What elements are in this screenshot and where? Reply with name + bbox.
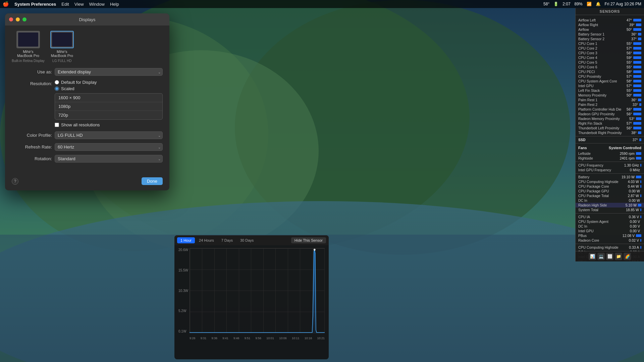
chart-tab-30days[interactable]: 30 Days — [237, 237, 257, 243]
sensors-toolbar: 📊 💻 ⬜ 📁 🌈 — [576, 251, 644, 261]
resolution-label: Resolution: — [12, 80, 52, 86]
menu-view[interactable]: View — [74, 2, 84, 7]
done-button[interactable]: Done — [142, 177, 163, 185]
sensor-bar — [633, 94, 641, 97]
resolution-default-radio[interactable] — [55, 80, 59, 84]
display-thumb-external[interactable]: Mihir's MacBook Pro LG FULL HD — [49, 31, 75, 63]
toolbar-icon-4[interactable]: 🌈 — [624, 253, 631, 260]
sensor-bar — [633, 28, 641, 31]
sensor-bar — [633, 61, 641, 64]
sensors-divider — [576, 143, 644, 143]
cpu-temp: 58° — [543, 2, 549, 6]
sensor-row: CPU Core 4 59° — [576, 55, 644, 60]
sensor-row: CPU Package Total 2.87 W — [576, 193, 644, 198]
sensor-bar — [640, 246, 641, 249]
rotation-select[interactable]: Standard — [55, 155, 163, 163]
displays-window: Displays Mihir's MacBook Pro Built-in Re… — [5, 13, 169, 190]
sensor-row: Thunderbolt Left Proximity 56° — [576, 126, 644, 130]
sensors-header: SENSORS — [576, 8, 644, 15]
sensor-bar — [639, 103, 641, 106]
menu-window[interactable]: Window — [89, 2, 105, 7]
sensor-row: CPU Core 5 55° — [576, 60, 644, 65]
sensor-bar — [633, 19, 641, 21]
chart-x-labels: 9:26 9:31 9:36 9:41 9:46 9:51 9:56 10:01… — [190, 337, 325, 340]
sensor-row: CPU Frequency 1.30 GHz — [576, 163, 644, 168]
toolbar-icon-0[interactable]: 📊 — [589, 253, 596, 260]
chart-toolbar: 1 Hour 24 Hours 7 Days 30 Days Hide This… — [174, 235, 329, 245]
resolution-row: Resolution: Default for Display Scaled 1… — [12, 80, 163, 127]
window-title: Displays — [9, 17, 165, 22]
chart-svg — [190, 248, 325, 333]
notification-icon: 🔔 — [596, 2, 601, 6]
show-all-resolutions-label[interactable]: Show all resolutions — [55, 122, 163, 127]
chart-tab-7days[interactable]: 7 Days — [218, 237, 236, 243]
menubar-clock: Fri 27 Aug 10:26 PM — [605, 2, 641, 6]
menubar-time: 2:07 — [562, 2, 570, 6]
sensor-bar — [636, 117, 641, 120]
menu-help[interactable]: Help — [110, 2, 119, 7]
resolution-item-1[interactable]: 1080p — [55, 102, 162, 111]
refresh-rate-select[interactable]: 60 Hertz — [55, 143, 163, 151]
help-button[interactable]: ? — [12, 178, 18, 185]
use-as-row: Use as: Extended display ⌄ — [12, 68, 163, 76]
sensors-divider — [576, 213, 644, 214]
sensor-row: Palm Rest 2 33° — [576, 102, 644, 107]
resolution-scaled-radio[interactable] — [55, 86, 59, 91]
show-all-resolutions-checkbox[interactable] — [55, 123, 59, 127]
display-external-sublabel: LG FULL HD — [52, 59, 71, 63]
chart-panel: 1 Hour 24 Hours 7 Days 30 Days Hide This… — [174, 235, 329, 359]
use-as-select[interactable]: Extended display — [55, 68, 163, 76]
wifi-icon: 📶 — [587, 2, 592, 6]
sensor-bar — [638, 33, 641, 36]
sensor-row: CPU Proximity 57° — [576, 74, 644, 79]
sensor-row: CPU System Agent Core 58° — [576, 79, 644, 83]
resolution-default-option[interactable]: Default for Display — [55, 80, 163, 85]
resolution-scaled-option[interactable]: Scaled — [55, 86, 163, 91]
sensor-ssd: SSD 37° — [576, 137, 644, 142]
sensors-divider — [576, 136, 644, 136]
resolution-item-2[interactable]: 720p — [55, 111, 162, 119]
sensor-row: Radeon Core 0.02 V — [576, 238, 644, 243]
menubar: 🍎 System Preferences Edit View Window He… — [0, 0, 644, 8]
sensors-divider — [576, 162, 644, 162]
displays-row: Mihir's MacBook Pro Built-in Retina Disp… — [12, 31, 163, 63]
sensor-row: Airflow 50° — [576, 27, 644, 32]
window-footer: ? Done — [5, 173, 169, 190]
sensor-bar — [633, 127, 641, 129]
sensor-row: Thunderbolt Right Proximity 38° — [576, 130, 644, 135]
sensor-bar — [638, 99, 641, 101]
sensor-row: Battery 19.10 W — [576, 175, 644, 179]
sensor-row: CPU Computing Highside 4.03 W — [576, 179, 644, 184]
sensor-bar — [633, 84, 641, 87]
chart-tab-24hours[interactable]: 24 Hours — [196, 237, 217, 243]
sensor-row: CPU System Agent 0.00 V — [576, 219, 644, 224]
sensor-bar — [633, 47, 641, 50]
display-external-name: Mihir's MacBook Pro — [49, 50, 75, 58]
toolbar-icon-1[interactable]: 💻 — [597, 253, 605, 260]
sensor-row: Left Fin Stack 55° — [576, 88, 644, 93]
hide-sensor-button[interactable]: Hide This Sensor — [291, 237, 326, 243]
sensors-temp-section — [576, 15, 644, 18]
display-thumb-builtin[interactable]: Mihir's MacBook Pro Built-in Retina Disp… — [12, 31, 45, 63]
window-titlebar: Displays — [5, 13, 169, 25]
sensor-bar — [636, 157, 641, 160]
toolbar-icon-3[interactable]: 📁 — [615, 253, 622, 260]
sensor-row: CPU Package Core 0.44 W — [576, 184, 644, 189]
sensor-bar — [633, 108, 641, 111]
display-builtin-name: Mihir's MacBook Pro — [15, 50, 42, 58]
sensor-row: CPU IA 0.36 V — [576, 215, 644, 219]
resolution-item-0[interactable]: 1600 × 900 — [55, 94, 162, 102]
apple-menu[interactable]: 🍎 — [3, 1, 9, 7]
sensors-divider — [576, 173, 644, 174]
refresh-rate-row: Refresh Rate: 60 Hertz ⌄ — [12, 143, 163, 151]
menu-edit[interactable]: Edit — [61, 2, 69, 7]
sensor-bar — [640, 216, 641, 218]
sensor-row: Palm Rest 1 36° — [576, 98, 644, 102]
sensors-panel[interactable]: SENSORS Airflow Left 47° Airflow Right 3… — [575, 8, 644, 261]
color-profile-select[interactable]: LG FULL HD — [55, 131, 163, 139]
sensors-divider — [576, 244, 644, 244]
toolbar-icon-2[interactable]: ⬜ — [606, 253, 613, 260]
sensor-row: Intel GPU 57° — [576, 83, 644, 88]
sensor-row: CPU Package GPU 0.00 W — [576, 189, 644, 193]
chart-tab-1hour[interactable]: 1 Hour — [177, 237, 195, 243]
